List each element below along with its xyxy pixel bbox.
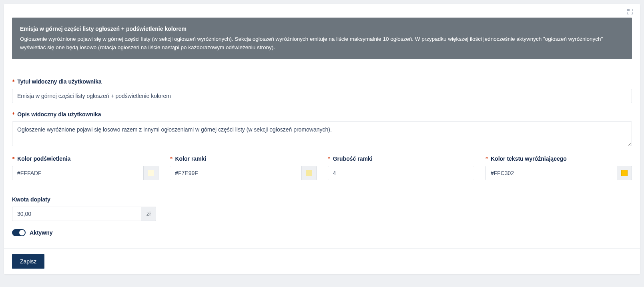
active-toggle[interactable] xyxy=(12,229,26,236)
desc-visible-textarea[interactable]: Ogłoszenie wyróżnione pojawi się losowo … xyxy=(12,122,632,146)
label-amount: Kwota dopłaty xyxy=(12,196,156,203)
label-desc-visible: *Opis widoczny dla użytkownika xyxy=(12,111,632,118)
required-asterisk: * xyxy=(12,156,15,161)
label-border-width: *Grubość ramki xyxy=(328,155,474,162)
title-visible-input[interactable] xyxy=(12,89,632,103)
text-color-swatch xyxy=(621,170,628,176)
border-width-input[interactable] xyxy=(328,166,474,180)
info-box-title: Emisja w górnej części listy ogłoszeń + … xyxy=(20,25,624,34)
highlight-color-swatch-addon[interactable] xyxy=(143,166,158,180)
required-asterisk: * xyxy=(486,156,488,161)
expand-icon[interactable] xyxy=(627,9,633,14)
field-border-width: *Grubość ramki xyxy=(328,155,474,180)
field-title-visible: *Tytuł widoczny dla użytkownika xyxy=(12,78,632,103)
color-row: *Kolor podświetlenia *Kolor ramki xyxy=(12,155,632,188)
currency-addon: zł xyxy=(141,207,156,221)
amount-input[interactable] xyxy=(12,207,141,221)
border-color-input[interactable] xyxy=(170,166,301,180)
label-highlight-color: *Kolor podświetlenia xyxy=(12,155,158,162)
border-color-swatch-addon[interactable] xyxy=(301,166,317,180)
label-active: Aktywny xyxy=(30,229,53,236)
highlight-color-input[interactable] xyxy=(12,166,143,180)
save-button[interactable]: Zapisz xyxy=(12,254,44,269)
info-box: Emisja w górnej części listy ogłoszeń + … xyxy=(12,18,632,59)
field-desc-visible: *Opis widoczny dla użytkownika Ogłoszeni… xyxy=(12,111,632,147)
panel-body: Emisja w górnej części listy ogłoszeń + … xyxy=(4,18,640,248)
border-color-swatch xyxy=(306,170,312,176)
required-asterisk: * xyxy=(12,112,15,117)
required-asterisk: * xyxy=(328,156,331,161)
label-title-visible: *Tytuł widoczny dla użytkownika xyxy=(12,78,632,85)
field-amount: Kwota dopłaty zł xyxy=(12,196,156,221)
settings-panel: Emisja w górnej części listy ogłoszeń + … xyxy=(4,4,640,274)
panel-header xyxy=(4,4,640,18)
panel-footer: Zapisz xyxy=(4,248,640,274)
required-asterisk: * xyxy=(170,156,173,161)
field-highlight-color: *Kolor podświetlenia xyxy=(12,155,158,180)
field-text-color: *Kolor tekstu wyróżniającego xyxy=(486,155,632,180)
highlight-color-swatch xyxy=(148,170,154,176)
text-color-input[interactable] xyxy=(486,166,617,180)
field-border-color: *Kolor ramki xyxy=(170,155,316,180)
label-border-color: *Kolor ramki xyxy=(170,155,316,162)
field-active: Aktywny xyxy=(12,229,632,236)
toggle-knob xyxy=(19,230,25,235)
required-asterisk: * xyxy=(12,79,15,84)
label-text-color: *Kolor tekstu wyróżniającego xyxy=(486,155,632,162)
info-box-description: Ogłoszenie wyróżnione pojawi się w górne… xyxy=(20,35,624,52)
text-color-swatch-addon[interactable] xyxy=(617,166,632,180)
